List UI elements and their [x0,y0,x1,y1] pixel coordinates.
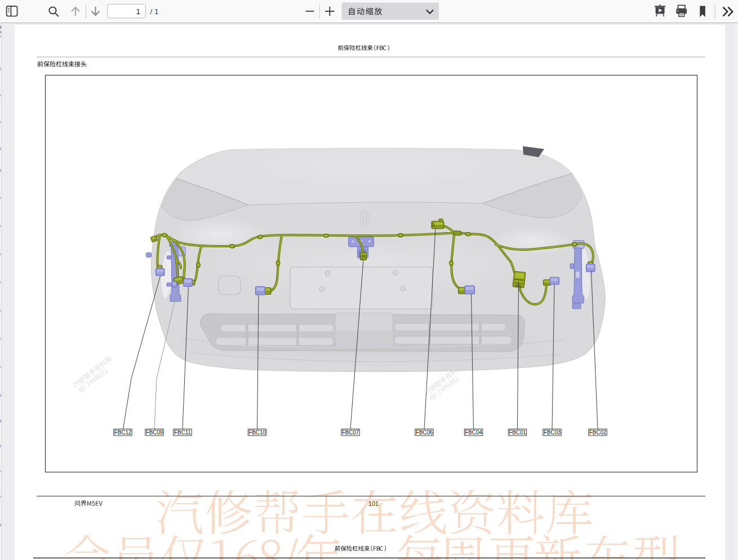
svg-text:FBC07: FBC07 [342,429,359,435]
svg-text:/ 1: / 1 [150,7,159,16]
svg-text:FBC04: FBC04 [465,429,482,435]
svg-text:FBC06: FBC06 [416,429,433,435]
svg-text:FBC09: FBC09 [146,429,163,435]
svg-text:FBC02: FBC02 [589,429,607,435]
svg-text:FBC11: FBC11 [174,429,191,435]
svg-text:FBC10: FBC10 [248,429,266,435]
svg-text:101: 101 [368,500,379,507]
svg-text:FBC03: FBC03 [544,429,561,435]
svg-text:1: 1 [136,7,140,16]
svg-text:FBC12: FBC12 [114,429,132,435]
svg-text:FBC01: FBC01 [509,429,526,435]
